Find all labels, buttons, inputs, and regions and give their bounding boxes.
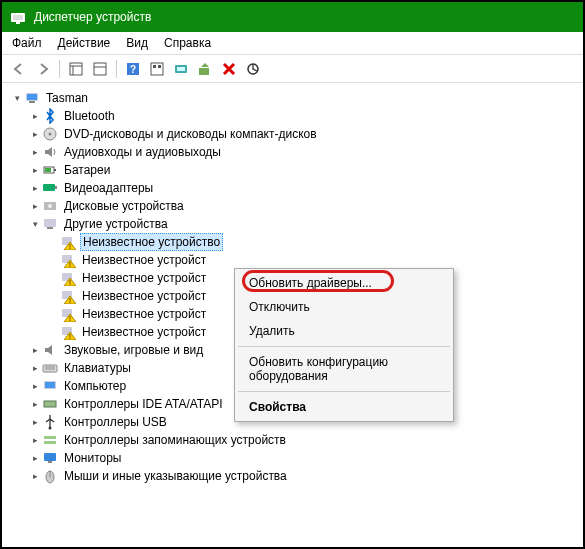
warning-icon: ! [60, 324, 76, 340]
svg-text:?: ? [130, 64, 136, 75]
chevron-right-icon[interactable]: ▸ [28, 163, 42, 177]
mouse-icon [42, 468, 58, 484]
tree-video[interactable]: ▸Видеоадаптеры [28, 179, 579, 197]
svg-rect-52 [44, 453, 56, 461]
svg-rect-50 [44, 436, 56, 439]
help-button[interactable]: ? [122, 58, 144, 80]
view-button[interactable] [146, 58, 168, 80]
cm-properties[interactable]: Свойства [237, 395, 451, 419]
svg-rect-10 [151, 63, 163, 75]
monitor-icon [42, 450, 58, 466]
tree-dvd[interactable]: ▸DVD-дисководы и дисководы компакт-диско… [28, 125, 579, 143]
cm-separator [238, 346, 450, 347]
svg-point-49 [49, 427, 52, 430]
chevron-right-icon[interactable]: ▸ [28, 361, 42, 375]
svg-text:!: ! [69, 297, 71, 304]
chevron-right-icon[interactable]: ▸ [28, 451, 42, 465]
svg-rect-14 [177, 67, 185, 71]
tree-audio[interactable]: ▸Аудиовходы и аудиовыходы [28, 143, 579, 161]
svg-rect-47 [45, 382, 55, 388]
svg-rect-11 [153, 65, 156, 68]
tree-storage[interactable]: ▸Контроллеры запоминающих устройств [28, 431, 579, 449]
chevron-down-icon[interactable]: ▾ [28, 217, 42, 231]
svg-rect-2 [16, 22, 20, 24]
warning-icon: ! [60, 234, 76, 250]
scan-hw-button[interactable] [170, 58, 192, 80]
tree-root-label: Tasman [44, 90, 90, 106]
svg-rect-6 [94, 63, 106, 75]
tree-mice[interactable]: ▸Мыши и иные указывающие устройства [28, 467, 579, 485]
chevron-right-icon[interactable]: ▸ [28, 379, 42, 393]
cm-delete[interactable]: Удалить [237, 319, 451, 343]
svg-rect-30 [47, 227, 53, 229]
chevron-right-icon[interactable]: ▸ [28, 343, 42, 357]
tree-battery[interactable]: ▸Батареи [28, 161, 579, 179]
svg-rect-12 [158, 65, 161, 68]
svg-text:!: ! [69, 261, 71, 268]
chevron-right-icon[interactable]: ▸ [28, 469, 42, 483]
warning-icon: ! [60, 306, 76, 322]
chevron-right-icon[interactable]: ▸ [28, 199, 42, 213]
svg-text:!: ! [69, 279, 71, 286]
sound-icon [42, 342, 58, 358]
chevron-right-icon[interactable]: ▸ [28, 145, 42, 159]
svg-rect-53 [48, 461, 52, 463]
cm-scan-hardware[interactable]: Обновить конфигурацию оборудования [237, 350, 451, 388]
computer-icon [42, 378, 58, 394]
svg-rect-18 [27, 94, 37, 100]
menu-view[interactable]: Вид [126, 36, 148, 50]
tree-unknown-device[interactable]: !Неизвестное устройство [46, 233, 579, 251]
cm-disable[interactable]: Отключить [237, 295, 451, 319]
menu-action[interactable]: Действие [58, 36, 111, 50]
titlebar: Диспетчер устройств [2, 2, 583, 32]
update-driver-button[interactable] [194, 58, 216, 80]
display-adapter-icon [42, 180, 58, 196]
battery-icon [42, 162, 58, 178]
chevron-right-icon[interactable]: ▸ [28, 181, 42, 195]
tree-other[interactable]: ▾Другие устройства [28, 215, 579, 233]
properties-button[interactable] [89, 58, 111, 80]
uninstall-button[interactable] [218, 58, 240, 80]
window-title: Диспетчер устройств [34, 10, 151, 24]
svg-rect-24 [45, 168, 51, 172]
storage-controller-icon [42, 432, 58, 448]
usb-icon [42, 414, 58, 430]
svg-rect-51 [44, 441, 56, 444]
show-hidden-button[interactable] [65, 58, 87, 80]
forward-button[interactable] [32, 58, 54, 80]
tree-root[interactable]: ▾ Tasman [10, 89, 579, 107]
audio-icon [42, 144, 58, 160]
svg-rect-29 [44, 219, 56, 227]
tree-unknown-device[interactable]: !Неизвестное устройст [46, 251, 579, 269]
tree-disk[interactable]: ▸Дисковые устройства [28, 197, 579, 215]
back-button[interactable] [8, 58, 30, 80]
warning-icon: ! [60, 270, 76, 286]
disable-button[interactable] [242, 58, 264, 80]
chevron-down-icon[interactable]: ▾ [10, 91, 24, 105]
chevron-right-icon[interactable]: ▸ [28, 433, 42, 447]
chevron-right-icon[interactable]: ▸ [28, 415, 42, 429]
warning-icon: ! [60, 288, 76, 304]
chevron-right-icon[interactable]: ▸ [28, 397, 42, 411]
context-menu: Обновить драйверы... Отключить Удалить О… [234, 268, 454, 422]
other-devices-icon [42, 216, 58, 232]
menubar: Файл Действие Вид Справка [2, 32, 583, 55]
svg-point-21 [49, 133, 52, 136]
menu-file[interactable]: Файл [12, 36, 42, 50]
svg-rect-19 [29, 101, 35, 103]
svg-text:!: ! [69, 315, 71, 322]
keyboard-icon [42, 360, 58, 376]
svg-point-28 [48, 204, 52, 208]
svg-rect-25 [43, 184, 55, 191]
tree-monitors[interactable]: ▸Мониторы [28, 449, 579, 467]
svg-text:!: ! [69, 333, 71, 340]
chevron-right-icon[interactable]: ▸ [28, 109, 42, 123]
menu-help[interactable]: Справка [164, 36, 211, 50]
warning-icon: ! [60, 252, 76, 268]
disc-icon [42, 126, 58, 142]
svg-rect-15 [199, 68, 209, 75]
disk-icon [42, 198, 58, 214]
chevron-right-icon[interactable]: ▸ [28, 127, 42, 141]
tree-bluetooth[interactable]: ▸Bluetooth [28, 107, 579, 125]
cm-update-drivers[interactable]: Обновить драйверы... [237, 271, 451, 295]
